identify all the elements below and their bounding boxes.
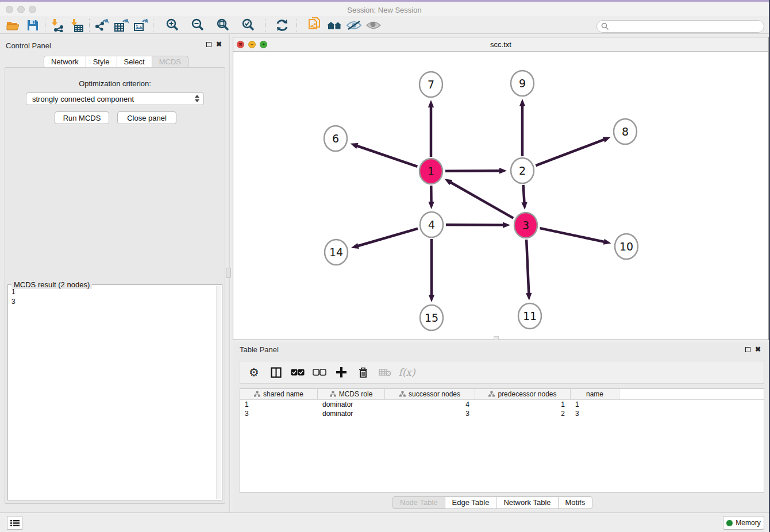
table-toolbar: ⚙ f(x): [240, 361, 764, 384]
edge-3-11[interactable]: [526, 240, 532, 300]
tab-node-table[interactable]: Node Table: [392, 496, 445, 509]
close-table-panel-icon[interactable]: ✖: [755, 346, 761, 352]
window-title: Session: New Session: [0, 6, 769, 14]
node-label: 9: [519, 77, 526, 90]
network-view-window: ✖ − + scc.txt 1234678910111415: [233, 37, 769, 340]
first-neighbors-icon[interactable]: [325, 18, 344, 33]
node-7[interactable]: 7: [419, 72, 442, 97]
apply-layout-icon[interactable]: [272, 18, 292, 33]
import-network-icon[interactable]: [48, 18, 67, 33]
column-header-successor-nodes[interactable]: successor nodes: [385, 389, 475, 399]
cell-name: 1: [571, 400, 619, 409]
cell-name: 3: [571, 409, 619, 418]
edge-4-14[interactable]: [351, 229, 418, 249]
tab-style[interactable]: Style: [86, 56, 117, 68]
cell-successor-nodes: 3: [385, 409, 475, 418]
tab-network[interactable]: Network: [44, 56, 86, 68]
toolbar-separator: [265, 19, 265, 32]
cell-shared-name: 1: [240, 400, 318, 409]
table-panel: Table Panel ✖ ⚙ f(x) shared name MCDS ro…: [233, 343, 769, 512]
deselect-all-icon[interactable]: [313, 365, 326, 379]
tab-motifs[interactable]: Motifs: [558, 496, 593, 509]
close-panel-icon[interactable]: ✖: [216, 41, 222, 47]
edge-4-15[interactable]: [429, 239, 434, 302]
node-10[interactable]: 10: [615, 234, 638, 259]
memory-status-icon: [726, 520, 733, 526]
node-15[interactable]: 15: [420, 305, 443, 330]
control-panel-tabs: Network Style Select MCDS: [44, 56, 188, 68]
node-label: 3: [522, 219, 529, 232]
edge-1-7[interactable]: [428, 100, 434, 157]
memory-button[interactable]: Memory: [723, 516, 764, 530]
zoom-selected-icon[interactable]: [238, 18, 258, 33]
zoom-out-icon[interactable]: [188, 18, 207, 33]
node-3[interactable]: 3: [514, 213, 537, 238]
toolbar-separator: [297, 19, 297, 32]
canvas-grip[interactable]: [494, 336, 499, 340]
task-history-button[interactable]: [7, 516, 22, 530]
cell-mcds-role: dominator: [318, 400, 385, 409]
window-titlebar: Session: New Session: [0, 2, 769, 17]
edge-1-2[interactable]: [445, 168, 507, 174]
node-14[interactable]: 14: [325, 240, 348, 265]
node-1[interactable]: 1: [419, 159, 442, 184]
zoom-in-icon[interactable]: [163, 18, 182, 33]
new-network-from-selection-icon[interactable]: [305, 18, 325, 33]
search-icon: [601, 22, 609, 33]
criterion-select[interactable]: strongly connected component: [26, 92, 204, 105]
column-header-name[interactable]: name: [571, 389, 619, 399]
search-input[interactable]: [596, 20, 764, 33]
add-column-icon[interactable]: [334, 365, 348, 379]
edge-2-3[interactable]: [521, 185, 527, 210]
run-mcds-button[interactable]: Run MCDS: [55, 111, 109, 124]
import-table-icon[interactable]: [67, 18, 87, 33]
show-all-icon[interactable]: [364, 18, 383, 33]
export-table-icon[interactable]: [111, 18, 131, 33]
network-canvas[interactable]: 1234678910111415: [233, 52, 768, 340]
table-row[interactable]: 1 dominator 4 1 1: [240, 400, 764, 409]
float-table-panel-icon[interactable]: [745, 347, 750, 352]
control-panel-title: Control Panel: [6, 41, 51, 50]
edge-3-10[interactable]: [540, 228, 611, 245]
tab-select[interactable]: Select: [117, 56, 152, 68]
save-session-icon[interactable]: [23, 18, 43, 33]
hide-selection-icon[interactable]: [344, 18, 364, 33]
edge-1-4[interactable]: [428, 186, 434, 209]
export-network-icon[interactable]: [92, 18, 111, 33]
edge-3-1[interactable]: [444, 179, 513, 218]
close-panel-button[interactable]: Close panel: [117, 111, 176, 124]
table-row[interactable]: 3 dominator 3 2 3: [240, 409, 764, 418]
panel-divider-grip[interactable]: [226, 268, 231, 278]
float-panel-icon[interactable]: [206, 42, 211, 47]
node-table: shared name MCDS role successor nodes pr…: [240, 388, 764, 493]
edge-2-8[interactable]: [536, 137, 610, 165]
column-header-shared-name[interactable]: shared name: [240, 389, 318, 399]
memory-label: Memory: [736, 519, 760, 527]
status-bar: Memory: [0, 512, 769, 532]
cell-mcds-role: dominator: [318, 409, 385, 418]
edge-2-9[interactable]: [519, 99, 525, 156]
zoom-fit-icon[interactable]: [213, 18, 233, 33]
select-all-icon[interactable]: [291, 365, 305, 379]
tab-mcds[interactable]: MCDS: [152, 56, 188, 68]
node-4[interactable]: 4: [420, 212, 443, 237]
node-11[interactable]: 11: [518, 303, 541, 329]
open-session-icon[interactable]: [3, 18, 23, 33]
column-settings-icon[interactable]: ⚙: [247, 365, 261, 379]
node-9[interactable]: 9: [511, 71, 534, 96]
column-header-mcds-role[interactable]: MCDS role: [318, 389, 385, 399]
node-8[interactable]: 8: [614, 119, 637, 144]
node-2[interactable]: 2: [511, 158, 534, 183]
edge-1-6[interactable]: [351, 143, 418, 167]
delete-column-icon[interactable]: [356, 365, 370, 379]
tab-edge-table[interactable]: Edge Table: [445, 496, 497, 509]
column-header-predecessor-nodes[interactable]: predecessor nodes: [475, 389, 571, 399]
edge-4-3[interactable]: [446, 222, 510, 228]
node-label: 14: [329, 246, 343, 259]
result-scrollbar[interactable]: [216, 286, 221, 499]
show-column-panel-icon[interactable]: [269, 365, 283, 379]
node-label: 10: [619, 240, 633, 253]
export-image-icon[interactable]: [131, 18, 151, 33]
tab-network-table[interactable]: Network Table: [496, 496, 558, 509]
node-6[interactable]: 6: [324, 126, 347, 151]
